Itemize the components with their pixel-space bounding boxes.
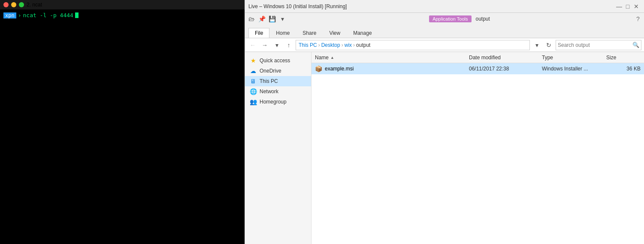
breadcrumb-sep-3: ›	[353, 42, 355, 48]
minimize-traffic-light[interactable]	[11, 2, 16, 7]
app-tools-badge: Application Tools	[429, 15, 471, 22]
breadcrumb-sep-2: ›	[342, 42, 343, 48]
addressbar: ← → ▾ ↑ This PC › Desktop › wix › output…	[245, 38, 644, 52]
col-header-type[interactable]: Type	[542, 55, 606, 61]
terminal-prompt: xpn › ncat -l -p 4444	[3, 12, 241, 18]
prompt-arrow: ›	[18, 12, 21, 18]
breadcrumb-wix[interactable]: wix	[345, 42, 352, 48]
terminal-body[interactable]: xpn › ncat -l -p 4444	[0, 9, 245, 21]
qat-save-button[interactable]: 💾	[267, 14, 277, 24]
tab-view[interactable]: View	[323, 28, 347, 38]
ribbon: 🗁 📌 💾 ▾ Application Tools output ? File …	[245, 13, 644, 38]
sidebar-item-onedrive[interactable]: ☁ OneDrive	[245, 66, 311, 76]
refresh-button[interactable]: ↻	[544, 40, 554, 50]
prompt-user: xpn	[3, 12, 16, 18]
sidebar-label-quick-access: Quick access	[260, 58, 290, 64]
breadcrumb-bar[interactable]: This PC › Desktop › wix › output	[296, 40, 530, 50]
up-button[interactable]: ↑	[284, 40, 294, 50]
terminal-title: 2. ncat	[27, 2, 42, 8]
tab-home[interactable]: Home	[269, 28, 296, 38]
explorer-titlebar: Live – Windows 10 (Initial Install) [Run…	[245, 0, 644, 13]
recent-button[interactable]: ▾	[272, 40, 282, 50]
sidebar-label-this-pc: This PC	[260, 78, 278, 84]
file-date: 06/11/2017 22:38	[469, 66, 542, 72]
explorer-title: Live – Windows 10 (Initial Install) [Run…	[248, 3, 615, 9]
terminal-titlebar: 2. ncat	[0, 0, 245, 9]
qat-dropdown-button[interactable]: ▾	[278, 14, 287, 24]
sidebar-item-quick-access[interactable]: ★ Quick access	[245, 55, 311, 66]
qat-folder-button[interactable]: 🗁	[247, 14, 256, 24]
sidebar-item-homegroup[interactable]: 👥 Homegroup	[245, 97, 311, 107]
column-headers: Name ▲ Date modified Type Size	[311, 52, 644, 63]
this-pc-icon: 🖥	[249, 78, 257, 85]
tab-share[interactable]: Share	[296, 28, 323, 38]
minimize-button[interactable]: —	[615, 2, 623, 11]
explorer-pane: Live – Windows 10 (Initial Install) [Run…	[245, 0, 644, 244]
sidebar: ★ Quick access ☁ OneDrive 🖥 This PC 🌐 Ne…	[245, 52, 311, 244]
breadcrumb-this-pc[interactable]: This PC	[299, 42, 317, 48]
sidebar-label-network: Network	[260, 88, 278, 95]
close-traffic-light[interactable]	[3, 2, 9, 7]
back-button[interactable]: ←	[248, 40, 258, 50]
breadcrumb-output: output	[356, 42, 370, 48]
file-name-cell: 📦 example.msi	[315, 65, 469, 72]
sidebar-item-this-pc[interactable]: 🖥 This PC	[245, 76, 311, 86]
file-size: 36 KB	[606, 66, 641, 72]
file-name: example.msi	[325, 66, 354, 72]
homegroup-icon: 👥	[249, 98, 257, 105]
col-header-name[interactable]: Name ▲	[315, 55, 469, 61]
terminal-cursor	[75, 12, 79, 18]
col-header-size[interactable]: Size	[606, 55, 641, 61]
col-header-date[interactable]: Date modified	[469, 55, 542, 61]
table-row[interactable]: 📦 example.msi 06/11/2017 22:38 Windows I…	[311, 63, 644, 74]
search-input[interactable]	[558, 42, 632, 48]
ribbon-tabs: File Home Share View Manage	[245, 25, 644, 38]
breadcrumb-dropdown-button[interactable]: ▾	[532, 40, 542, 50]
file-area: Name ▲ Date modified Type Size 📦 example…	[311, 52, 644, 244]
sidebar-label-homegroup: Homegroup	[260, 99, 287, 105]
tab-manage[interactable]: Manage	[347, 28, 378, 38]
terminal-pane: 2. ncat xpn › ncat -l -p 4444	[0, 0, 245, 244]
forward-button[interactable]: →	[260, 40, 270, 50]
search-box[interactable]: 🔍	[556, 40, 641, 50]
ribbon-top: 🗁 📌 💾 ▾ Application Tools output ?	[245, 13, 644, 25]
file-icon: 📦	[315, 65, 322, 72]
file-type: Windows Installer ...	[542, 66, 606, 72]
breadcrumb-sep-1: ›	[318, 42, 320, 48]
tab-file[interactable]: File	[248, 28, 269, 38]
network-icon: 🌐	[249, 88, 257, 95]
ribbon-help-button[interactable]: ?	[634, 15, 642, 23]
qat-pin-button[interactable]: 📌	[257, 14, 266, 24]
maximize-button[interactable]: □	[623, 2, 632, 11]
sidebar-item-network[interactable]: 🌐 Network	[245, 86, 311, 97]
main-area: ★ Quick access ☁ OneDrive 🖥 This PC 🌐 Ne…	[245, 52, 644, 244]
breadcrumb-desktop[interactable]: Desktop	[321, 42, 340, 48]
prompt-command: ncat -l -p 4444	[23, 12, 73, 18]
onedrive-icon: ☁	[249, 67, 257, 74]
quick-access-icon: ★	[249, 57, 257, 64]
sidebar-label-onedrive: OneDrive	[260, 68, 281, 74]
close-button[interactable]: ✕	[632, 2, 641, 11]
ribbon-output-tab: output	[472, 14, 493, 24]
search-button[interactable]: 🔍	[632, 42, 639, 48]
maximize-traffic-light[interactable]	[19, 2, 24, 7]
